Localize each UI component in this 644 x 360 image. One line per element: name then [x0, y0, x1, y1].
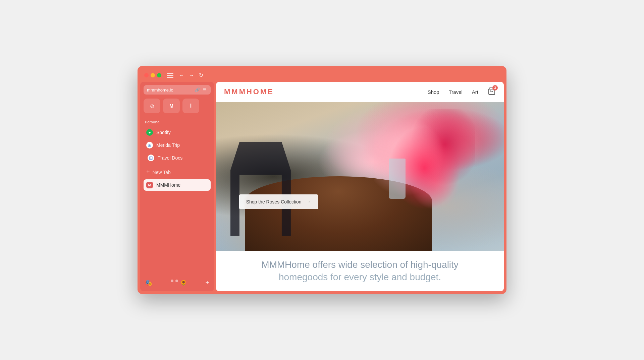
link-icon: 🔗 — [195, 87, 200, 93]
read-later-button[interactable]: I — [182, 99, 199, 113]
cart-badge: 3 — [492, 85, 498, 91]
travel-docs-icon: ⊞ — [148, 155, 154, 161]
vase-shape — [389, 159, 406, 199]
address-bar[interactable]: mmmhome.io 🔗 ☰ — [144, 85, 211, 95]
minimize-button[interactable] — [151, 73, 155, 77]
spotify-label: Spotify — [156, 130, 171, 135]
sunflower-icon: 🌻 — [180, 280, 187, 286]
close-button[interactable] — [144, 73, 149, 77]
cta-button[interactable]: Shop the Roses Collection → — [239, 194, 318, 209]
new-tab-button[interactable]: + New Tab — [144, 166, 211, 178]
refresh-button[interactable]: ↻ — [198, 71, 205, 79]
site-logo: MMMHOME — [224, 87, 274, 96]
merida-label: Merida Trip — [156, 142, 180, 148]
new-tab-label: New Tab — [153, 170, 171, 175]
footer-dots: 🌻 — [171, 280, 187, 286]
cta-arrow-icon: → — [306, 199, 311, 205]
sidebar-footer: 🎭 🌻 + — [144, 278, 211, 288]
nav-travel[interactable]: Travel — [449, 89, 463, 95]
merida-icon: ⊞ — [146, 142, 153, 148]
sidebar-toggle-button[interactable] — [167, 73, 173, 78]
hero-image: Shop the Roses Collection → — [216, 102, 504, 251]
read-icon: I — [190, 103, 192, 109]
travel-docs-label: Travel Docs — [158, 155, 182, 161]
nav-buttons: ← → ↻ — [177, 71, 205, 79]
below-fold: MMMHome offers wide selection of high-qu… — [216, 251, 504, 291]
address-icons: 🔗 ☰ — [195, 87, 207, 93]
nav-shop[interactable]: Shop — [428, 89, 439, 95]
forward-button[interactable]: → — [187, 71, 196, 79]
traffic-lights — [144, 73, 161, 77]
site-header: MMMHOME Shop Travel Art 3 — [216, 82, 504, 102]
quick-links: ⊘ M I — [144, 99, 211, 113]
mmmhome-tab-icon: M — [146, 182, 153, 188]
sidebar-item-travel-docs[interactable]: ⊞ Travel Docs — [144, 152, 211, 164]
ad-blocker-button[interactable]: ⊘ — [144, 99, 160, 113]
mmmhome-tab-label: MMMHome — [156, 182, 180, 188]
sidebar: mmmhome.io 🔗 ☰ ⊘ M I Personal — [140, 82, 214, 291]
browser-body: mmmhome.io 🔗 ☰ ⊘ M I Personal — [140, 82, 504, 291]
sidebar-item-mmmhome[interactable]: M MMMHome — [144, 179, 211, 191]
add-tab-icon[interactable]: + — [205, 279, 209, 287]
spotify-icon: ● — [146, 129, 153, 136]
maximize-button[interactable] — [157, 73, 161, 77]
reader-icon: ☰ — [202, 87, 207, 93]
dot-2 — [175, 280, 178, 282]
back-button[interactable]: ← — [177, 71, 185, 79]
personal-section-label: Personal — [145, 120, 209, 124]
plus-icon: + — [146, 169, 150, 176]
browser-window: ← → ↻ mmmhome.io 🔗 ☰ ⊘ M — [138, 66, 506, 294]
nav-art[interactable]: Art — [472, 89, 478, 95]
tagline-line1: MMMHome offers wide selection of high-qu… — [224, 259, 496, 271]
tagline-line2: homegoods for every style and budget. — [224, 271, 496, 283]
sidebar-item-merida[interactable]: ⊞ Merida Trip — [144, 139, 211, 151]
blocker-icon: ⊘ — [150, 103, 154, 109]
gmail-button[interactable]: M — [163, 99, 180, 113]
cart-button[interactable]: 3 — [488, 87, 496, 97]
sidebar-item-spotify[interactable]: ● Spotify — [144, 127, 211, 138]
mastodon-icon: 🎭 — [145, 279, 152, 287]
site-nav: Shop Travel Art 3 — [428, 87, 496, 97]
cta-label: Shop the Roses Collection — [246, 199, 302, 204]
title-bar: ← → ↻ — [140, 69, 504, 82]
url-display: mmmhome.io — [147, 87, 173, 93]
gmail-icon: M — [169, 103, 173, 109]
dot-1 — [171, 280, 173, 282]
content-area: MMMHOME Shop Travel Art 3 — [216, 82, 504, 291]
